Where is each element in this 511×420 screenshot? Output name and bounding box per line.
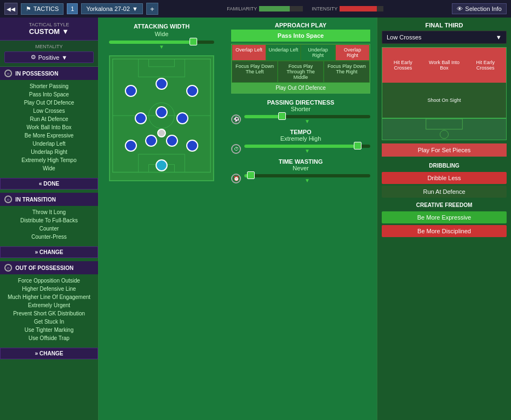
top-metrics: FAMILIARITY INTENSITY xyxy=(227,6,383,11)
in-transition-header[interactable]: ○ IN TRANSITION xyxy=(0,193,98,206)
mentality-dropdown[interactable]: ⚙ Positive ▼ xyxy=(4,51,94,63)
passing-directness-value: Shorter xyxy=(231,106,370,112)
approach-play-title: APPROACH PLAY xyxy=(229,22,372,28)
out-of-possession-item[interactable]: Higher Defensive Line xyxy=(0,285,98,293)
out-of-possession-items: Force Opposition OutsideHigher Defensive… xyxy=(0,274,98,344)
tempo-fill xyxy=(244,145,358,148)
tactics-tab[interactable]: ⚑ TACTICS xyxy=(21,3,64,15)
tempo-section: TEMPO Extremely High ⏱ ▼ xyxy=(227,128,375,157)
attacking-width-column: ATTACKING WIDTH Wide ▼ xyxy=(99,18,225,420)
in-transition-item[interactable]: Counter-Press xyxy=(0,233,98,241)
ft-work-ball-into-box[interactable]: Work Ball Into Box xyxy=(423,48,464,83)
time-wasting-icon: ⏰ xyxy=(231,174,241,183)
final-third-dropdown[interactable]: Low Crosses ▼ xyxy=(382,31,507,44)
approach-top-cell-0[interactable]: Overlap Left xyxy=(232,44,266,61)
in-possession-item[interactable]: Run At Defence xyxy=(0,115,98,123)
be-more-expressive-button[interactable]: Be More Expressive xyxy=(382,211,507,223)
out-of-possession-header[interactable]: ○ OUT OF POSSESSION xyxy=(0,261,98,274)
pd-arrow: ▼ xyxy=(244,118,370,124)
pitch-player-10 xyxy=(186,85,198,97)
approach-top-cell-3[interactable]: Overlap Right xyxy=(335,44,370,61)
out-of-possession-item[interactable]: Use Tighter Marking xyxy=(0,326,98,334)
slot-number: 1 xyxy=(67,3,78,14)
done-button[interactable]: « DONE xyxy=(0,178,98,189)
mentality-icon: ⚙ xyxy=(31,54,36,61)
in-possession-item[interactable]: Underlap Left xyxy=(0,140,98,148)
selection-info-button[interactable]: 👁 Selection Info xyxy=(452,3,507,14)
time-wasting-slider-row: ⏰ ▼ xyxy=(231,174,370,183)
team-selector[interactable]: Yorkalona 27-02 ▼ xyxy=(81,3,143,14)
ft-shoot-on-sight[interactable]: Shoot On Sight xyxy=(423,83,464,118)
in-possession-item[interactable]: Extremely High Tempo xyxy=(0,156,98,164)
creative-freedom-header: CREATIVE FREEDOM xyxy=(377,199,511,210)
pass-into-space-button[interactable]: Pass Into Space xyxy=(231,30,370,42)
in-possession-item[interactable]: Shorter Passing xyxy=(0,82,98,90)
out-of-possession-item[interactable]: Prevent Short GK Distribution xyxy=(0,309,98,318)
approach-mid-cell-2[interactable]: Focus Play Down The Right xyxy=(324,61,370,83)
in-transition-item[interactable]: Distribute To Full-Backs xyxy=(0,216,98,225)
final-third-title: FINAL THIRD xyxy=(377,18,511,31)
ft-hit-early-crosses-right[interactable]: Hit Early Crosses xyxy=(465,48,506,83)
in-possession-item[interactable]: Pass Into Space xyxy=(0,90,98,99)
tactics-icon: ⚑ xyxy=(26,5,31,13)
in-possession-item[interactable]: Be More Expressive xyxy=(0,131,98,140)
back-button[interactable]: ◀◀ xyxy=(4,3,18,15)
play-for-set-pieces-button[interactable]: Play For Set Pieces xyxy=(382,143,507,157)
approach-mid-cell-1[interactable]: Focus Play Through The Middle xyxy=(278,61,324,83)
out-of-possession-item[interactable]: Extremely Urgent xyxy=(0,301,98,309)
passing-directness-slider[interactable]: ▼ xyxy=(244,115,370,124)
time-wasting-slider[interactable]: ▼ xyxy=(244,174,370,183)
ft-goal-svg xyxy=(382,119,506,140)
in-possession-item[interactable]: Play Out Of Defence xyxy=(0,99,98,107)
play-out-of-defence-button[interactable]: Play Out Of Defence xyxy=(232,83,370,93)
ft-goalkeeper-area xyxy=(382,118,507,140)
tempo-track xyxy=(244,145,370,148)
tempo-slider[interactable]: ▼ xyxy=(244,145,370,154)
attacking-width-track xyxy=(109,41,214,44)
pitch-ball xyxy=(157,129,166,137)
in-possession-item[interactable]: Underlap Right xyxy=(0,148,98,156)
passing-directness-section: PASSING DIRECTNESS Shorter ⚽ ▼ xyxy=(227,96,375,128)
approach-top-cell-2[interactable]: Underlap Right xyxy=(301,44,335,61)
passing-directness-slider-row: ⚽ ▼ xyxy=(231,114,370,124)
out-of-possession-item[interactable]: Use Offside Trap xyxy=(0,334,98,342)
in-possession-item[interactable]: Low Crosses xyxy=(0,107,98,115)
in-possession-item[interactable]: Wide xyxy=(0,164,98,172)
possession-change-button[interactable]: » CHANGE xyxy=(0,348,98,359)
in-transition-item[interactable]: Throw It Long xyxy=(0,208,98,216)
be-more-disciplined-button[interactable]: Be More Disciplined xyxy=(382,225,507,237)
dribble-less-button[interactable]: Dribble Less xyxy=(382,172,507,184)
pitch-player-8 xyxy=(125,85,137,97)
out-of-possession-item[interactable]: Much Higher Line Of Engagement xyxy=(0,293,98,301)
in-transition-label: IN TRANSITION xyxy=(15,197,56,203)
intensity-label: INTENSITY xyxy=(312,6,337,11)
transition-change-button[interactable]: » CHANGE xyxy=(0,246,98,258)
pd-thumb[interactable] xyxy=(278,112,286,120)
out-of-possession-item[interactable]: Get Stuck In xyxy=(0,318,98,326)
attacking-width-slider[interactable]: ▼ xyxy=(109,41,214,50)
tempo-thumb[interactable] xyxy=(354,142,361,149)
in-possession-icon: ○ xyxy=(4,70,12,77)
in-transition-item[interactable]: Counter xyxy=(0,225,98,233)
out-of-possession-icon: ○ xyxy=(4,264,12,272)
out-of-possession-item[interactable]: Force Opposition Outside xyxy=(0,277,98,285)
tempo-arrow: ▼ xyxy=(244,148,370,154)
add-tactic-button[interactable]: + xyxy=(146,3,158,15)
tw-thumb[interactable] xyxy=(247,171,255,179)
pitch-player-7 xyxy=(176,112,188,124)
in-possession-item[interactable]: Work Ball Into Box xyxy=(0,123,98,131)
tactics-label: TACTICS xyxy=(33,5,59,12)
approach-mid-cell-0[interactable]: Focus Play Down The Left xyxy=(232,61,278,83)
approach-top-cell-1[interactable]: Underlap Left xyxy=(266,44,301,61)
intensity-section: INTENSITY xyxy=(312,6,383,11)
svg-rect-7 xyxy=(426,119,463,129)
in-possession-header[interactable]: ○ IN POSSESSION xyxy=(0,67,98,80)
pitch-player-4 xyxy=(186,140,198,152)
approach-grid: Overlap LeftUnderlap LeftUnderlap RightO… xyxy=(231,44,370,94)
tactical-style-dropdown[interactable]: CUSTOM ▼ xyxy=(4,27,94,36)
pitch-player-3 xyxy=(166,135,178,147)
attacking-width-thumb[interactable] xyxy=(190,38,197,45)
ft-hit-early-crosses-left[interactable]: Hit Early Crosses xyxy=(382,48,423,83)
run-at-defence-button[interactable]: Run At Defence xyxy=(382,186,507,198)
approach-play-section: APPROACH PLAY Pass Into Space Overlap Le… xyxy=(227,18,375,96)
